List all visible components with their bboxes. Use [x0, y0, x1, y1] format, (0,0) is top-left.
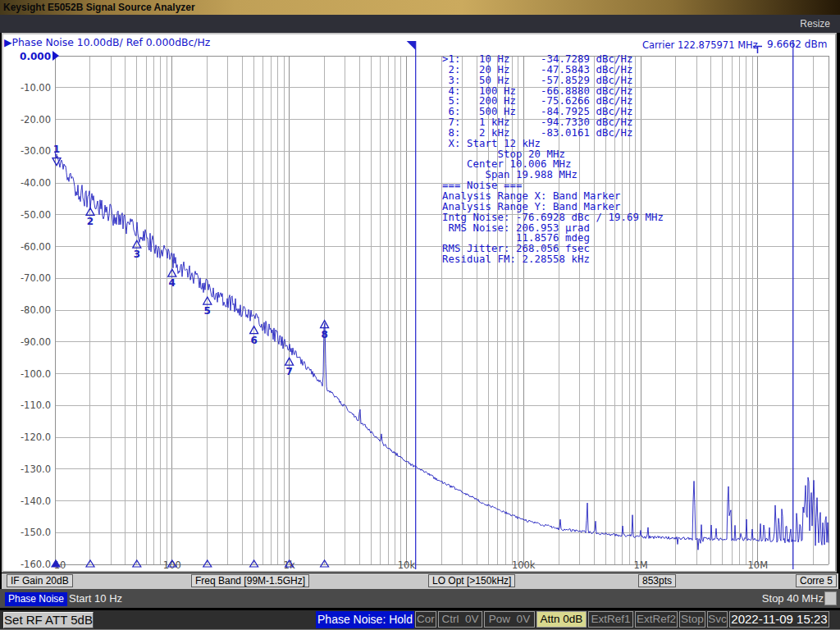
status-cell-cor: Cor [415, 611, 436, 628]
y-axis-label: -130.0 [21, 463, 51, 475]
y-axis-label: -90.00 [21, 336, 51, 348]
marker-2-label: 2 [87, 216, 94, 227]
status-cell-2022-11-09-15-23: 2022-11-09 15:23 [729, 611, 829, 628]
sweep-range-bar: Phase Noise Start 10 Hz Stop 40 MHz [0, 589, 840, 608]
y-axis-label: -10.00 [21, 82, 51, 94]
y-axis-label: -100.0 [21, 368, 51, 380]
measurement-status: Phase Noise: Hold [316, 611, 414, 628]
x-axis-label: 1M [633, 559, 647, 571]
marker-3-label: 3 [134, 249, 140, 260]
x-axis-label: 10M [748, 559, 769, 571]
status-bar: Set RF ATT 5dB Phase Noise: Hold CorCtrl… [0, 608, 840, 630]
measurement-info-bar: IF Gain 20dB Freq Band [99M-1.5GHz] LO O… [2, 573, 838, 589]
x-axis-label: 10k [398, 559, 416, 571]
marker-4-label: 4 [169, 277, 176, 289]
status-cell-stop: Stop [679, 611, 705, 628]
y-axis-label: -80.00 [21, 304, 51, 316]
y-axis-label: -60.00 [21, 241, 51, 253]
carrier-frequency-label: Carrier 122.875971 MHz [642, 39, 758, 51]
y-axis-label: -110.0 [21, 399, 51, 411]
rf-att-button[interactable]: Set RF ATT 5dB [3, 612, 94, 628]
y-axis-label: -140.0 [21, 495, 51, 507]
marker-readout: >1: 10 Hz -34.7289 dBc/Hz 2: 20 Hz -47.5… [442, 54, 664, 265]
measurement-mode-tab[interactable]: Phase Noise [5, 592, 67, 606]
marker-5-label: 5 [204, 305, 211, 317]
status-cell-extref2: ExtRef2 [635, 611, 678, 628]
band-marker-start-flag[interactable] [407, 41, 416, 50]
x-axis-label: 100k [512, 559, 536, 571]
scroll-corner [824, 591, 837, 605]
freq-band-button[interactable]: Freq Band [99M-1.5GHz] [191, 574, 309, 587]
lo-opt-button[interactable]: LO Opt [>150kHz] [428, 574, 515, 587]
reference-level-label: 0.000 [0, 51, 51, 62]
y-axis-label: -40.00 [21, 177, 51, 189]
status-cell-extref1: ExtRef1 [588, 611, 633, 628]
y-axis-label: -120.0 [21, 431, 51, 443]
y-axis-label: -150.0 [21, 527, 51, 538]
marker-6-label: 6 [250, 335, 257, 346]
status-cell-svc: Svc [707, 611, 728, 628]
carrier-power-label: 9.6662 dBm [767, 39, 827, 50]
y-axis-label: -30.00 [21, 145, 51, 157]
trace-scale-label[interactable]: ▶Phase Noise 10.00dB/ Ref 0.000dBc/Hz [4, 36, 210, 48]
sweep-start-label: Start 10 Hz [69, 592, 122, 605]
if-gain-button[interactable]: IF Gain 20dB [7, 574, 73, 587]
status-cell-attn-0db: Attn 0dB [536, 611, 587, 628]
sweep-stop-label: Stop 40 MHz [762, 592, 824, 605]
y-axis-label: -70.00 [21, 272, 51, 284]
points-button[interactable]: 853pts [638, 574, 676, 587]
status-cell-ctrl-0v: Ctrl 0V [438, 611, 482, 628]
status-cell-pow-0v: Pow 0V [484, 611, 535, 628]
marker-8-label: 8 [321, 329, 327, 340]
marker-1-label: 1 [53, 144, 60, 155]
y-axis-label: -50.00 [21, 209, 51, 221]
marker-7-label: 7 [285, 366, 292, 377]
phase-noise-plot[interactable]: -10.00-20.00-30.00-40.00-50.00-60.00-70.… [0, 0, 840, 630]
y-axis-label: -160.0 [21, 559, 51, 570]
y-axis-label: -20.00 [21, 114, 51, 126]
correction-button[interactable]: Corre 5 [796, 574, 837, 587]
